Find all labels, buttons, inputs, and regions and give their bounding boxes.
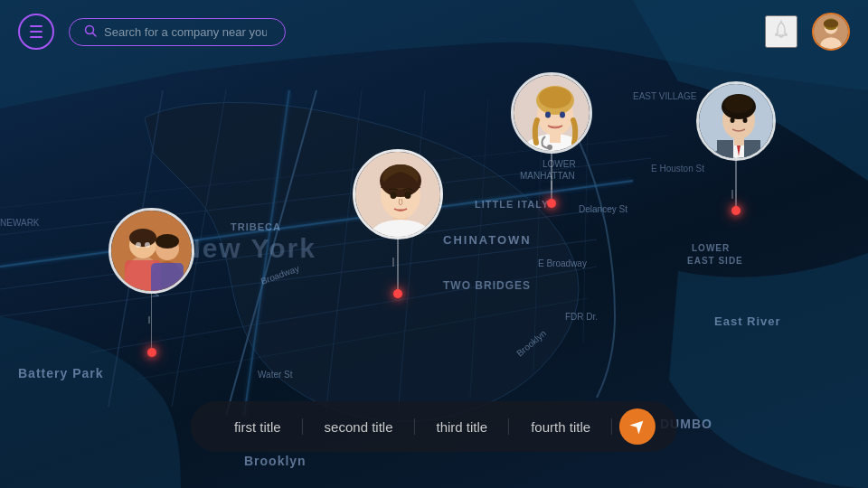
location-pin-1[interactable]	[108, 208, 194, 357]
svg-point-63	[145, 242, 150, 248]
navigate-icon	[625, 414, 650, 439]
tab-third[interactable]: third title	[415, 410, 510, 444]
svg-text:NEWARK: NEWARK	[0, 218, 40, 228]
svg-rect-59	[151, 263, 184, 294]
svg-point-60	[129, 229, 156, 247]
svg-point-80	[560, 112, 565, 118]
svg-point-74	[547, 145, 552, 150]
tab-bar: first title second title third title fou…	[191, 401, 677, 452]
svg-point-78	[539, 87, 571, 108]
location-pin-3[interactable]	[511, 72, 592, 208]
svg-point-52	[824, 19, 838, 27]
tab-first[interactable]: first title	[212, 410, 303, 444]
bell-icon	[771, 20, 791, 44]
header-right	[765, 13, 850, 51]
search-input[interactable]	[104, 25, 267, 39]
svg-text:Brooklyn: Brooklyn	[244, 454, 307, 468]
svg-point-61	[156, 234, 179, 249]
avatar-image	[814, 14, 848, 49]
svg-text:Battery Park: Battery Park	[18, 366, 104, 380]
svg-text:EAST VILLAGE: EAST VILLAGE	[633, 91, 697, 101]
svg-point-71	[405, 192, 411, 199]
svg-text:FDR Dr.: FDR Dr.	[565, 312, 598, 322]
svg-text:East River: East River	[714, 314, 781, 328]
svg-point-79	[545, 112, 551, 118]
notification-button[interactable]	[765, 15, 797, 48]
svg-text:CHINATOWN: CHINATOWN	[443, 233, 532, 247]
svg-text:E Broadway: E Broadway	[538, 258, 587, 268]
svg-point-89	[731, 117, 735, 123]
svg-text:Water St: Water St	[258, 370, 293, 380]
tab-second[interactable]: second title	[303, 410, 415, 444]
svg-point-70	[391, 192, 397, 199]
svg-text:EAST SIDE: EAST SIDE	[687, 256, 743, 266]
header	[0, 0, 868, 63]
svg-point-88	[724, 95, 753, 113]
svg-text:New York: New York	[181, 233, 316, 263]
svg-line-46	[93, 33, 97, 36]
tab-fourth[interactable]: fourth title	[509, 410, 612, 444]
location-pin-2[interactable]	[353, 149, 443, 298]
location-pin-4[interactable]	[696, 81, 776, 215]
svg-text:TWO BRIDGES: TWO BRIDGES	[443, 279, 531, 292]
menu-button[interactable]	[18, 14, 54, 50]
user-avatar[interactable]	[812, 13, 850, 51]
navigate-button[interactable]	[619, 408, 656, 445]
search-bar[interactable]	[69, 18, 286, 46]
svg-point-62	[136, 242, 141, 248]
svg-text:LOWER: LOWER	[692, 243, 730, 253]
svg-point-90	[743, 117, 748, 123]
search-icon	[84, 24, 97, 40]
svg-text:TRIBECA: TRIBECA	[231, 221, 281, 232]
